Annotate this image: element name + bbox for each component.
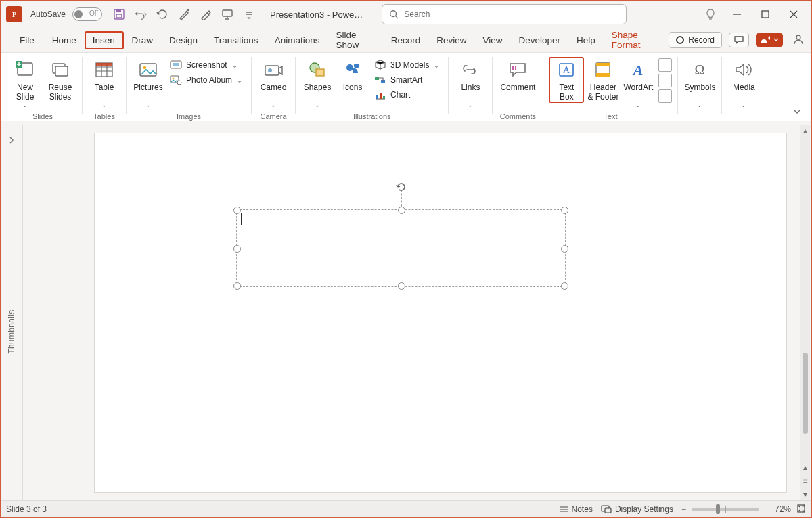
shapes-button[interactable]: Shapes ⌄ bbox=[301, 57, 334, 108]
object-button[interactable] bbox=[658, 89, 672, 103]
tab-review[interactable]: Review bbox=[428, 31, 474, 49]
svg-text:P: P bbox=[12, 11, 16, 18]
wordart-icon: A bbox=[628, 60, 648, 79]
window-controls bbox=[729, 6, 802, 22]
prev-slide-button[interactable]: ▴ bbox=[803, 462, 807, 472]
screenshot-icon bbox=[170, 59, 182, 71]
link-icon bbox=[460, 60, 480, 79]
slide-canvas[interactable]: ▲ ▴ ≡ ▾ bbox=[23, 125, 811, 501]
links-button[interactable]: Links ⌄ bbox=[454, 57, 487, 108]
chart-button[interactable]: Chart bbox=[371, 88, 443, 102]
pictures-button[interactable]: Pictures ⌄ bbox=[132, 57, 164, 108]
resize-handle-tl[interactable] bbox=[233, 207, 241, 214]
resize-handle-ml[interactable] bbox=[233, 245, 241, 253]
autosave-toggle[interactable]: Off bbox=[72, 7, 102, 21]
tab-insert[interactable]: Insert bbox=[85, 31, 124, 49]
highlighter-icon[interactable] bbox=[200, 8, 212, 20]
resize-handle-bl[interactable] bbox=[233, 282, 241, 290]
svg-rect-38 bbox=[596, 73, 610, 77]
table-button[interactable]: Table ⌄ bbox=[88, 57, 120, 108]
qat-more-icon[interactable] bbox=[243, 8, 255, 20]
3d-models-button[interactable]: 3D Models ⌄ bbox=[371, 58, 443, 72]
resize-handle-tr[interactable] bbox=[561, 207, 568, 214]
tab-home[interactable]: Home bbox=[44, 31, 85, 49]
notes-button[interactable]: Notes bbox=[559, 504, 593, 514]
slide-number-button[interactable] bbox=[658, 74, 672, 87]
save-icon[interactable] bbox=[113, 8, 125, 20]
collapse-ribbon-button[interactable] bbox=[792, 107, 802, 116]
svg-point-7 bbox=[390, 11, 397, 17]
icons-button[interactable]: Icons bbox=[336, 57, 369, 102]
wordart-button[interactable]: A WordArt ⌄ bbox=[622, 57, 654, 108]
resize-handle-bm[interactable] bbox=[398, 282, 405, 290]
photo-album-button[interactable]: Photo Album ⌄ bbox=[167, 73, 246, 87]
resize-handle-br[interactable] bbox=[561, 282, 568, 290]
next-slide-button[interactable]: ▾ bbox=[803, 490, 807, 499]
zoom-level[interactable]: 72% bbox=[775, 504, 791, 514]
new-slide-button[interactable]: New Slide ⌄ bbox=[9, 57, 41, 108]
zoom-thumb[interactable] bbox=[716, 504, 720, 514]
minimize-button[interactable] bbox=[729, 6, 745, 22]
tab-view[interactable]: View bbox=[474, 31, 510, 49]
symbols-button[interactable]: Ω Symbols ⌄ bbox=[683, 57, 716, 108]
thumbnails-rail[interactable]: Thumbnails bbox=[1, 125, 23, 501]
selected-text-box[interactable] bbox=[236, 209, 566, 287]
chevron-down-icon: ⌄ bbox=[635, 102, 641, 108]
tab-developer[interactable]: Developer bbox=[511, 31, 569, 49]
svg-rect-37 bbox=[596, 63, 610, 66]
rotate-handle[interactable] bbox=[394, 180, 408, 194]
cameo-button[interactable]: Cameo ⌄ bbox=[257, 57, 290, 108]
close-button[interactable] bbox=[786, 6, 802, 22]
header-footer-icon bbox=[593, 60, 612, 79]
account-icon[interactable] bbox=[792, 33, 805, 47]
tab-draw[interactable]: Draw bbox=[124, 31, 162, 49]
zoom-out-button[interactable]: − bbox=[681, 504, 686, 514]
app-logo-icon: P bbox=[6, 6, 22, 22]
fit-to-window-button[interactable] bbox=[796, 504, 806, 515]
svg-rect-32 bbox=[380, 93, 382, 99]
header-footer-button[interactable]: Header & Footer bbox=[587, 57, 619, 102]
text-extra-buttons bbox=[658, 57, 672, 103]
slide[interactable] bbox=[95, 133, 786, 492]
svg-point-22 bbox=[177, 81, 181, 85]
vertical-scrollbar[interactable]: ▲ bbox=[800, 125, 810, 460]
scroll-up-icon[interactable]: ▲ bbox=[803, 125, 809, 136]
resize-handle-tm[interactable] bbox=[398, 207, 405, 214]
zoom-slider[interactable] bbox=[692, 508, 759, 511]
comments-pane-button[interactable] bbox=[729, 33, 749, 47]
present-icon[interactable] bbox=[221, 8, 233, 20]
maximize-button[interactable] bbox=[757, 6, 773, 22]
search-icon bbox=[389, 9, 399, 19]
search-input[interactable]: Search bbox=[382, 4, 627, 24]
comment-button[interactable]: Comment bbox=[498, 57, 537, 102]
tab-design[interactable]: Design bbox=[161, 31, 206, 49]
tab-record[interactable]: Record bbox=[383, 31, 429, 49]
scroll-thumb[interactable] bbox=[803, 353, 808, 434]
undo-icon[interactable] bbox=[135, 8, 147, 20]
resize-handle-mr[interactable] bbox=[561, 245, 568, 253]
reuse-slides-button[interactable]: Reuse Slides bbox=[44, 57, 76, 102]
record-button[interactable]: Record bbox=[669, 32, 722, 48]
zoom-in-button[interactable]: + bbox=[765, 504, 769, 514]
text-box-button[interactable]: A Text Box bbox=[549, 57, 584, 103]
svg-point-9 bbox=[796, 35, 800, 39]
tab-slideshow[interactable]: Slide Show bbox=[328, 26, 382, 54]
screenshot-button[interactable]: Screenshot ⌄ bbox=[167, 58, 246, 72]
tab-transitions[interactable]: Transitions bbox=[206, 31, 267, 49]
smartart-button[interactable]: SmartArt bbox=[371, 73, 443, 87]
tab-help[interactable]: Help bbox=[568, 31, 604, 49]
tab-animations[interactable]: Animations bbox=[267, 31, 328, 49]
share-button[interactable] bbox=[756, 33, 783, 47]
tab-file[interactable]: File bbox=[12, 31, 43, 49]
pen-icon[interactable] bbox=[178, 8, 190, 20]
date-time-button[interactable] bbox=[658, 58, 672, 72]
speech-bubble-icon bbox=[734, 35, 744, 45]
media-button[interactable]: Media ⌄ bbox=[727, 57, 760, 108]
thumbnails-label: Thumbnails bbox=[7, 310, 16, 354]
tab-shape-format[interactable]: Shape Format bbox=[604, 26, 669, 54]
redo-icon[interactable] bbox=[156, 8, 168, 20]
group-illustrations: Shapes ⌄ Icons 3D Models ⌄ SmartArt bbox=[297, 57, 447, 122]
slide-indicator[interactable]: Slide 3 of 3 bbox=[6, 504, 47, 514]
display-settings-button[interactable]: Display Settings bbox=[601, 504, 673, 514]
lightbulb-icon[interactable] bbox=[704, 8, 717, 20]
